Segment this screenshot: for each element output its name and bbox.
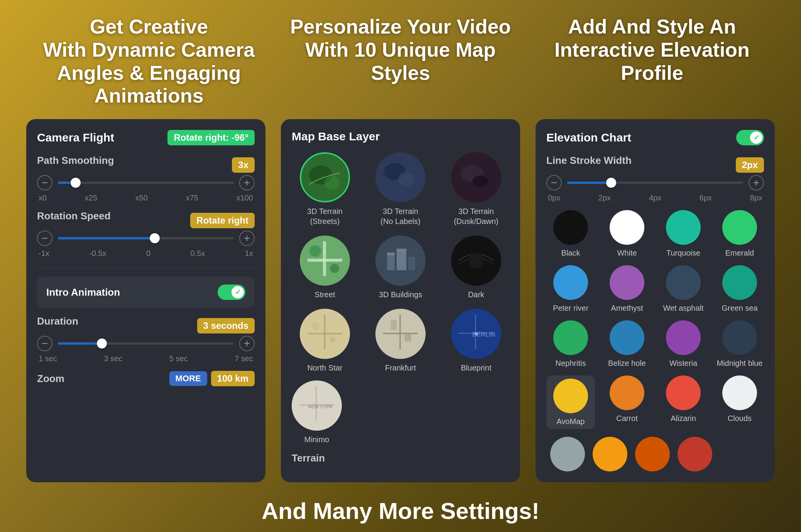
extra-colors-row xyxy=(546,437,764,471)
path-smoothing-minus[interactable]: − xyxy=(37,175,52,190)
color-item-extra-2[interactable] xyxy=(593,437,627,471)
path-smoothing-plus[interactable]: + xyxy=(239,175,255,190)
color-circle-black[interactable] xyxy=(553,210,588,245)
path-smoothing-track[interactable] xyxy=(58,182,234,184)
color-circle-extra-3[interactable] xyxy=(635,437,670,471)
svg-rect-31 xyxy=(404,334,411,342)
line-stroke-value: 2px xyxy=(736,157,764,173)
color-item-nephritis[interactable]: Nephritis xyxy=(546,320,595,368)
rotation-minus[interactable]: − xyxy=(37,231,52,246)
path-smoothing-thumb[interactable] xyxy=(71,178,81,188)
map-label-frankfurt: Frankfurt xyxy=(385,363,416,373)
camera-card-header: Camera Flight Rotate right: -96° xyxy=(37,130,255,145)
color-item-extra-3[interactable] xyxy=(635,437,670,471)
color-circle-alizarin[interactable] xyxy=(666,375,701,410)
stroke-track[interactable] xyxy=(567,182,743,184)
color-circle-extra-2[interactable] xyxy=(593,437,627,471)
mark-0: 0 xyxy=(146,249,150,258)
color-item-carrot[interactable]: Carrot xyxy=(603,375,651,429)
color-item-wet-asphalt[interactable]: Wet asphalt xyxy=(659,265,708,313)
svg-rect-19 xyxy=(397,249,406,251)
color-item-peter-river[interactable]: Peter river xyxy=(546,265,595,313)
map-item-terrain-dusk[interactable]: 3D Terrain(Dusk/Dawn) xyxy=(443,152,509,226)
mark-05x: 0.5x xyxy=(191,249,205,258)
map-circle-terrain-nolabel[interactable] xyxy=(375,152,426,202)
elevation-toggle[interactable] xyxy=(736,130,764,145)
color-circle-green-sea[interactable] xyxy=(722,265,757,300)
color-item-amethyst[interactable]: Amethyst xyxy=(603,265,651,313)
duration-track[interactable] xyxy=(58,342,234,345)
rotation-slider-row: − + xyxy=(37,231,255,246)
stroke-thumb[interactable] xyxy=(606,178,616,188)
map-circle-terrain-streets[interactable] xyxy=(300,152,350,202)
color-item-avomap-selected[interactable]: AvoMap xyxy=(546,375,595,429)
map-circle-terrain-dusk[interactable] xyxy=(451,152,501,202)
color-circle-peter-river[interactable] xyxy=(553,265,588,300)
color-item-black[interactable]: Black xyxy=(546,210,595,258)
color-circle-belize-hole[interactable] xyxy=(610,320,644,355)
color-item-extra-4[interactable] xyxy=(678,437,712,471)
color-label-midnight-blue: Midnight blue xyxy=(717,359,763,368)
map-circle-northstar[interactable] xyxy=(300,309,350,359)
duration-plus[interactable]: + xyxy=(239,336,255,351)
color-item-green-sea[interactable]: Green sea xyxy=(715,265,764,313)
color-circle-nephritis[interactable] xyxy=(553,320,588,355)
map-item-3dbuildings[interactable]: 3D Buildings xyxy=(367,236,434,300)
color-circle-wisteria[interactable] xyxy=(666,320,701,355)
color-item-clouds[interactable]: Clouds xyxy=(715,375,764,429)
duration-thumb[interactable] xyxy=(97,338,107,348)
rotation-thumb[interactable] xyxy=(150,233,160,243)
map-item-frankfurt[interactable]: Frankfurt xyxy=(367,309,434,373)
color-circle-avomap[interactable] xyxy=(553,379,588,413)
color-label-wet-asphalt: Wet asphalt xyxy=(663,304,703,313)
map-label-terrain-nolabel: 3D Terrain(No Labels) xyxy=(380,206,420,226)
map-label-dark: Dark xyxy=(468,290,484,300)
map-circle-minimo[interactable]: NEW YORK xyxy=(292,380,342,431)
map-circle-3dbuildings[interactable] xyxy=(375,236,426,286)
color-item-extra-1[interactable] xyxy=(550,437,585,471)
color-item-wisteria[interactable]: Wisteria xyxy=(659,320,708,368)
map-item-terrain-nolabel[interactable]: 3D Terrain(No Labels) xyxy=(367,152,434,226)
map-item-terrain-streets[interactable]: 3D Terrain(Streets) xyxy=(292,152,358,226)
color-circle-extra-1[interactable] xyxy=(550,437,585,471)
color-item-belize-hole[interactable]: Belize hole xyxy=(603,320,651,368)
color-circle-extra-4[interactable] xyxy=(678,437,712,471)
color-circle-turquoise[interactable] xyxy=(666,210,701,245)
map-label-terrain-dusk: 3D Terrain(Dusk/Dawn) xyxy=(454,206,499,226)
elevation-card-header: Elevation Chart xyxy=(546,130,764,145)
color-circle-midnight-blue[interactable] xyxy=(722,320,757,355)
duration-minus[interactable]: − xyxy=(37,336,52,351)
map-circle-street[interactable] xyxy=(300,236,350,286)
color-circle-wet-asphalt[interactable] xyxy=(666,265,701,300)
stroke-plus[interactable]: + xyxy=(749,175,764,190)
header-elevation: Add And Style AnInteractive Elevation Pr… xyxy=(536,15,768,108)
color-circle-emerald[interactable] xyxy=(722,210,757,245)
zoom-more-badge[interactable]: MORE xyxy=(169,371,207,386)
stroke-minus[interactable]: − xyxy=(546,175,562,190)
intro-animation-toggle[interactable] xyxy=(218,285,245,300)
color-label-clouds: Clouds xyxy=(728,414,752,423)
map-item-blueprint[interactable]: BERLIN Blueprint xyxy=(443,309,509,373)
rotation-track[interactable] xyxy=(58,237,234,239)
color-circle-carrot[interactable] xyxy=(610,375,644,410)
color-label-belize-hole: Belize hole xyxy=(608,359,646,368)
color-item-emerald[interactable]: Emerald xyxy=(715,210,764,258)
map-item-minimo[interactable]: NEW YORK Minimo xyxy=(292,380,342,444)
map-circle-dark[interactable] xyxy=(451,236,501,286)
duration-slider-row: − + xyxy=(37,336,255,351)
map-circle-blueprint[interactable]: BERLIN xyxy=(451,309,501,359)
color-circle-clouds[interactable] xyxy=(722,375,757,410)
color-item-white[interactable]: White xyxy=(603,210,651,258)
color-item-alizarin[interactable]: Alizarin xyxy=(659,375,708,429)
rotation-plus[interactable]: + xyxy=(239,231,255,246)
map-item-northstar[interactable]: North Star xyxy=(292,309,358,373)
color-circle-white[interactable] xyxy=(610,210,644,245)
map-item-dark[interactable]: Dark xyxy=(443,236,509,300)
color-item-turquoise[interactable]: Turquoise xyxy=(659,210,708,258)
color-circle-amethyst[interactable] xyxy=(610,265,644,300)
color-item-midnight-blue[interactable]: Midnight blue xyxy=(715,320,764,368)
map-item-street[interactable]: Street xyxy=(292,236,358,300)
map-circle-frankfurt[interactable] xyxy=(375,309,426,359)
color-label-nephritis: Nephritis xyxy=(556,359,586,368)
camera-card: Camera Flight Rotate right: -96° Path Sm… xyxy=(26,119,265,482)
